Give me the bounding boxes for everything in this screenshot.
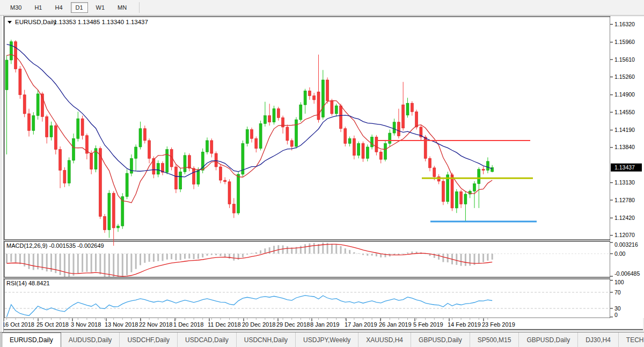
svg-text:30: 30	[614, 305, 621, 312]
chart-tab-bar: EURUSD,DailyAUDUSD,DailyUSDCHF,DailyUSDC…	[0, 332, 644, 347]
svg-text:0: 0	[614, 312, 618, 318]
chart-tab-usdcad-daily[interactable]: USDCAD,Daily	[177, 333, 236, 347]
timeframe-button-h1[interactable]: H1	[30, 2, 47, 13]
chart-tab-dj30-h4[interactable]: DJ30,H4	[577, 333, 618, 347]
timeframe-toolbar: M30H1H4D1W1MN	[0, 0, 644, 16]
svg-text:1.15960: 1.15960	[614, 39, 635, 45]
svg-text:1.14900: 1.14900	[614, 91, 635, 98]
svg-text:1.13353 1.13485 1.13340 1.1343: 1.13353 1.13485 1.13340 1.13437	[54, 19, 148, 25]
svg-text:23 Feb 2019: 23 Feb 2019	[482, 321, 515, 328]
chart-canvas: 1.163201.159601.156101.152601.149001.145…	[0, 0, 644, 347]
timeframe-button-mn[interactable]: MN	[113, 2, 131, 13]
chart-tab-gbpusd-daily[interactable]: GBPUSD,Daily	[411, 333, 470, 347]
current-price-box: 1.13437	[611, 164, 642, 172]
chart-tab-xauusd-h4[interactable]: XAUUSD,H4	[358, 333, 411, 347]
timeframe-button-w1[interactable]: W1	[91, 2, 110, 13]
tabs-host: EURUSD,DailyAUDUSD,DailyUSDCHF,DailyUSDC…	[1, 333, 644, 347]
macd-label: MACD(12,26,9) -0.001535 -0.002649	[6, 242, 104, 249]
svg-text:17 Jan 2019: 17 Jan 2019	[345, 321, 377, 328]
rsi-label: RSI(14) 48.8421	[6, 280, 50, 286]
timeframe-button-d1[interactable]: D1	[71, 2, 88, 13]
chart-tab-sp500-m15[interactable]: SP500,M15	[470, 333, 519, 347]
timeframe-button-h4[interactable]: H4	[50, 2, 67, 13]
svg-text:14 Feb 2019: 14 Feb 2019	[448, 321, 481, 328]
chart-tab-eurusd-daily[interactable]: EURUSD,Daily	[2, 333, 61, 347]
svg-text:0.003216: 0.003216	[614, 241, 638, 248]
svg-text:1.13840: 1.13840	[614, 144, 635, 150]
chart-tab-usdcnh-daily[interactable]: USDCNH,Daily	[236, 333, 295, 347]
svg-text:25 Oct 2018: 25 Oct 2018	[36, 321, 69, 328]
svg-text:1.14190: 1.14190	[614, 127, 635, 133]
chart-tab-usdjpy-weekly[interactable]: USDJPY,Weekly	[295, 333, 358, 347]
svg-text:8 Jan 2019: 8 Jan 2019	[310, 321, 339, 328]
svg-text:0.00: 0.00	[614, 250, 626, 257]
window-left-border	[0, 16, 4, 332]
svg-text:20 Dec 2018: 20 Dec 2018	[242, 321, 275, 328]
toolbar-separator	[139, 2, 140, 13]
svg-text:13 Nov 2018: 13 Nov 2018	[105, 321, 138, 328]
svg-text:1.13130: 1.13130	[614, 179, 635, 186]
terminal-window: M30H1H4D1W1MN 1.163201.159601.156101.152…	[0, 0, 644, 347]
svg-text:1 Dec 2018: 1 Dec 2018	[173, 321, 203, 328]
svg-text:1.12070: 1.12070	[614, 232, 635, 238]
svg-text:100: 100	[614, 279, 624, 285]
svg-text:3 Nov 2018: 3 Nov 2018	[71, 321, 101, 328]
svg-text:11 Dec 2018: 11 Dec 2018	[208, 321, 241, 328]
svg-text:1.16320: 1.16320	[614, 21, 635, 27]
svg-text:1.14550: 1.14550	[614, 109, 635, 115]
svg-text:EURUSD,Daily: EURUSD,Daily	[15, 19, 57, 25]
svg-text:1.12780: 1.12780	[614, 197, 635, 203]
chart-tab-audusd-daily[interactable]: AUDUSD,Daily	[61, 333, 120, 347]
svg-text:1.12420: 1.12420	[614, 215, 635, 221]
chart-panes	[1, 17, 644, 330]
svg-text:5 Feb 2019: 5 Feb 2019	[413, 321, 443, 328]
svg-text:1.13437: 1.13437	[614, 164, 635, 171]
svg-text:22 Nov 2018: 22 Nov 2018	[139, 321, 172, 328]
svg-text:1.15260: 1.15260	[614, 73, 635, 80]
svg-text:1.15610: 1.15610	[614, 56, 635, 63]
svg-text:29 Dec 2018: 29 Dec 2018	[276, 321, 310, 328]
svg-text:-0.006485: -0.006485	[614, 270, 640, 277]
timeframe-button-m30[interactable]: M30	[5, 2, 26, 13]
chart-tab-tech100-h[interactable]: TECH100,H	[618, 333, 644, 347]
chart-tab-usdchf-daily[interactable]: USDCHF,Daily	[119, 333, 177, 347]
chart-tab-gbpusd-daily[interactable]: GBPUSD,Daily	[518, 333, 577, 347]
svg-text:70: 70	[614, 289, 621, 296]
svg-text:16 Oct 2018: 16 Oct 2018	[2, 321, 34, 328]
svg-text:26 Jan 2019: 26 Jan 2019	[379, 321, 412, 328]
chart-title: EURUSD,Daily1.13353 1.13485 1.13340 1.13…	[8, 19, 148, 25]
